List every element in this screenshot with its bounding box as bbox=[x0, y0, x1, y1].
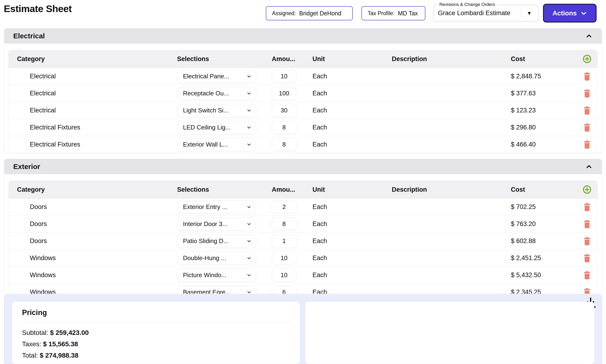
trash-icon bbox=[583, 106, 591, 115]
delete-row-button[interactable] bbox=[583, 271, 591, 280]
delete-row-button[interactable] bbox=[583, 237, 591, 246]
revisions-select[interactable]: Revisions & Change Orders Grace Lombardi… bbox=[433, 5, 539, 22]
selection-dropdown[interactable]: Picture Windo... bbox=[177, 269, 256, 282]
selection-dropdown-value: Patio Sliding D... bbox=[183, 237, 228, 245]
selection-dropdown[interactable]: Patio Sliding D... bbox=[177, 234, 256, 248]
top-bar: Estimate Sheet Assigned: Bridget DeHond … bbox=[0, 0, 606, 26]
amount-input[interactable] bbox=[272, 269, 296, 282]
amount-input[interactable] bbox=[272, 87, 296, 100]
delete-row-button[interactable] bbox=[583, 220, 591, 228]
trash-icon bbox=[583, 123, 591, 132]
table-row: Electrical Electrical Pane... Each $ 2,8… bbox=[9, 68, 597, 85]
row-unit: Each bbox=[313, 73, 392, 80]
selection-dropdown[interactable]: Receptacle Ou... bbox=[177, 87, 256, 100]
table-row: Electrical Fixtures LED Ceiling Lig... E… bbox=[9, 119, 597, 136]
amount-input[interactable] bbox=[272, 234, 296, 248]
delete-row-button[interactable] bbox=[583, 254, 591, 262]
amount-input[interactable] bbox=[272, 252, 296, 265]
section-exterior-header[interactable]: Exterior bbox=[4, 159, 602, 174]
delete-row-button[interactable] bbox=[583, 72, 591, 81]
table-row: Doors Interior Door 3... Each $ 763.20 bbox=[9, 215, 597, 233]
row-cost: $ 702.25 bbox=[511, 203, 577, 211]
total-label: Total: bbox=[22, 352, 38, 359]
selection-dropdown-value: Electrical Pane... bbox=[183, 73, 229, 80]
collapse-button[interactable] bbox=[585, 32, 593, 40]
chevron-down-icon bbox=[246, 108, 252, 113]
row-cost: $ 123.23 bbox=[511, 107, 577, 114]
row-cost: $ 2,451.25 bbox=[511, 254, 577, 262]
chevron-down-icon bbox=[246, 256, 252, 261]
selection-dropdown[interactable]: Exterior Wall L... bbox=[177, 138, 256, 151]
section-exterior: Exterior Category Selections Amou... Uni… bbox=[4, 159, 602, 300]
column-unit: Unit bbox=[313, 186, 392, 193]
section-electrical-header[interactable]: Electrical bbox=[4, 28, 602, 44]
selection-dropdown[interactable]: LED Ceiling Lig... bbox=[177, 121, 256, 134]
delete-row-button[interactable] bbox=[583, 203, 591, 211]
chevron-down-icon bbox=[246, 142, 252, 147]
chevron-down-icon bbox=[246, 239, 252, 244]
delete-row-button[interactable] bbox=[583, 89, 591, 98]
amount-input[interactable] bbox=[272, 138, 296, 151]
selection-dropdown[interactable]: Light Switch Si... bbox=[177, 104, 256, 117]
taxes-line: Taxes: $ 15,565.38 bbox=[22, 338, 290, 350]
subtotal-label: Subtotal: bbox=[22, 329, 48, 336]
amount-input[interactable] bbox=[272, 104, 296, 117]
chevron-down-icon bbox=[246, 273, 252, 278]
column-cost: Cost bbox=[511, 55, 577, 63]
assigned-chip[interactable]: Assigned: Bridget DeHond bbox=[266, 6, 353, 20]
electrical-table: Category Selections Amou... Unit Descrip… bbox=[9, 50, 597, 153]
trash-icon bbox=[583, 271, 591, 280]
tax-profile-chip[interactable]: Tax Profile: MD Tax bbox=[361, 6, 425, 20]
row-cost: $ 763.20 bbox=[511, 220, 577, 228]
selection-dropdown[interactable]: Exterior Entry ... bbox=[177, 200, 256, 214]
section-electrical: Electrical Category Selections Amou... U… bbox=[4, 28, 602, 153]
delete-row-button[interactable] bbox=[583, 123, 591, 132]
subtotal-line: Subtotal: $ 259,423.00 bbox=[22, 327, 290, 338]
pricing-card: Pricing Subtotal: $ 259,423.00 Taxes: $ … bbox=[12, 302, 300, 364]
row-unit: Each bbox=[313, 203, 392, 211]
row-unit: Each bbox=[313, 90, 392, 97]
taxes-value: $ 15,565.38 bbox=[43, 340, 78, 348]
table-row: Electrical Light Switch Si... Each $ 123… bbox=[9, 102, 597, 119]
add-row-button[interactable] bbox=[582, 185, 592, 194]
trash-icon bbox=[583, 220, 591, 228]
trash-icon bbox=[583, 203, 591, 211]
table-row: Electrical Fixtures Exterior Wall L... E… bbox=[9, 136, 597, 153]
add-row-button[interactable] bbox=[582, 54, 592, 64]
table-row: Doors Patio Sliding D... Each $ 602.88 bbox=[9, 233, 597, 249]
plus-circle-icon bbox=[582, 54, 592, 64]
column-category: Category bbox=[9, 186, 177, 193]
trash-icon bbox=[583, 254, 591, 262]
row-cost: $ 296.80 bbox=[511, 124, 577, 131]
selection-dropdown[interactable]: Double-Hung ... bbox=[177, 252, 256, 265]
row-cost: $ 602.88 bbox=[511, 237, 577, 245]
row-category: Electrical Fixtures bbox=[9, 124, 177, 131]
row-category: Electrical bbox=[9, 107, 177, 114]
chevron-down-icon bbox=[246, 125, 252, 130]
row-unit: Each bbox=[313, 254, 392, 262]
amount-input[interactable] bbox=[272, 218, 296, 231]
amount-input[interactable] bbox=[272, 121, 296, 134]
dropdown-triangle-icon: ▼ bbox=[520, 10, 538, 16]
column-selections: Selections bbox=[177, 186, 272, 193]
chevron-down-icon bbox=[246, 221, 252, 227]
selection-dropdown-value: Exterior Wall L... bbox=[183, 141, 228, 148]
collapse-button[interactable] bbox=[585, 163, 593, 170]
chevron-down-icon bbox=[246, 74, 252, 79]
amount-input[interactable] bbox=[272, 200, 296, 214]
selection-dropdown[interactable]: Interior Door 3... bbox=[177, 218, 256, 231]
delete-row-button[interactable] bbox=[583, 140, 591, 149]
amount-input[interactable] bbox=[272, 70, 296, 83]
revisions-select-value: Grace Lombardi Estimate bbox=[434, 10, 520, 17]
exterior-table: Category Selections Amou... Unit Descrip… bbox=[9, 181, 597, 300]
actions-button[interactable]: Actions bbox=[543, 4, 596, 23]
selection-dropdown[interactable]: Electrical Pane... bbox=[177, 70, 256, 83]
secondary-card bbox=[305, 302, 594, 364]
section-title: Electrical bbox=[13, 32, 45, 40]
column-selections: Selections bbox=[177, 55, 272, 63]
bottom-panel: Pricing Subtotal: $ 259,423.00 Taxes: $ … bbox=[4, 294, 602, 364]
row-category: Windows bbox=[9, 272, 177, 279]
delete-row-button[interactable] bbox=[583, 106, 591, 115]
selection-dropdown-value: Double-Hung ... bbox=[183, 254, 226, 262]
section-title: Exterior bbox=[13, 163, 40, 171]
